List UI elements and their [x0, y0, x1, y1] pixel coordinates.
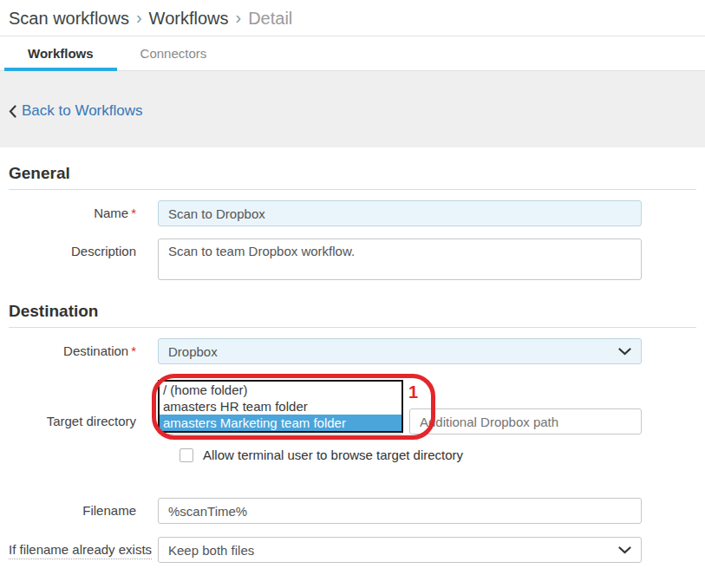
target-directory-row: Target directory / (home folder) amaster… [9, 380, 696, 441]
tab-connectors[interactable]: Connectors [117, 36, 231, 70]
destination-label: Destination* [9, 338, 158, 358]
breadcrumb-detail: Detail [248, 9, 292, 29]
name-label-text: Name [94, 206, 128, 220]
name-label: Name* [9, 200, 158, 220]
destination-label-text: Destination [63, 343, 128, 358]
annotation-number: 1 [408, 382, 418, 402]
filename-field-col [158, 498, 642, 524]
browse-checkbox[interactable] [180, 448, 193, 462]
destination-field-col: Dropbox [158, 338, 642, 364]
chevron-down-icon [618, 348, 631, 356]
dropdown-option-hr-team-folder[interactable]: amasters HR team folder [160, 398, 401, 415]
breadcrumb-workflows[interactable]: Workflows [149, 9, 229, 29]
chevron-right-icon: › [136, 8, 142, 28]
destination-select-value: Dropbox [168, 344, 218, 359]
chevron-down-icon [618, 546, 631, 554]
browse-checkbox-row: Allow terminal user to browse target dir… [180, 448, 696, 462]
dropdown-option-home-folder[interactable]: / (home folder) [160, 382, 401, 398]
browse-checkbox-label: Allow terminal user to browse target dir… [203, 448, 463, 462]
description-label: Description [9, 238, 158, 258]
name-input[interactable] [158, 200, 642, 226]
filename-row: Filename [9, 498, 696, 524]
conflict-select-value: Keep both files [168, 543, 254, 558]
tab-workflows[interactable]: Workflows [4, 36, 117, 70]
chevron-right-icon: › [235, 8, 241, 28]
dropdown-option-marketing-team-folder[interactable]: amasters Marketing team folder [160, 415, 401, 431]
back-to-workflows-link[interactable]: Back to Workflows [9, 102, 143, 120]
breadcrumb-scan-workflows[interactable]: Scan workflows [9, 9, 129, 29]
additional-dropbox-path-input[interactable] [409, 408, 642, 434]
conflict-row: If filename already exists Keep both fil… [9, 537, 696, 563]
name-field-col [158, 200, 642, 226]
conflict-label: If filename already exists [9, 537, 158, 557]
back-band: Back to Workflows [0, 71, 705, 147]
required-asterisk: * [131, 343, 136, 358]
name-row: Name* [9, 200, 696, 226]
description-field-col: Scan to team Dropbox workflow. [158, 238, 642, 284]
required-asterisk: * [131, 206, 136, 220]
conflict-label-text: If filename already exists [9, 542, 152, 559]
filename-label: Filename [9, 498, 158, 518]
destination-select[interactable]: Dropbox [158, 338, 642, 364]
destination-row: Destination* Dropbox [9, 338, 696, 364]
description-row: Description Scan to team Dropbox workflo… [9, 238, 696, 284]
target-directory-label: Target directory [9, 380, 158, 428]
chevron-left-icon [9, 105, 16, 118]
breadcrumb: Scan workflows › Workflows › Detail [0, 0, 705, 36]
destination-section: Destination* Dropbox Target directory / … [9, 328, 696, 563]
back-link-label: Back to Workflows [22, 102, 143, 120]
conflict-select[interactable]: Keep both files [158, 537, 642, 563]
target-directory-dropdown-list: / (home folder) amasters HR team folder … [158, 380, 403, 433]
destination-section-title: Destination [9, 302, 696, 328]
tab-bar: Workflows Connectors [0, 36, 705, 71]
main-content: General Name* Description Scan to team D… [0, 164, 705, 563]
description-textarea[interactable]: Scan to team Dropbox workflow. [158, 238, 642, 280]
target-directory-widgets: / (home folder) amasters HR team folder … [158, 380, 642, 441]
filename-input[interactable] [158, 498, 642, 524]
general-section: Name* Description Scan to team Dropbox w… [9, 190, 696, 284]
general-section-title: General [9, 164, 696, 190]
conflict-field-col: Keep both files [158, 537, 642, 563]
